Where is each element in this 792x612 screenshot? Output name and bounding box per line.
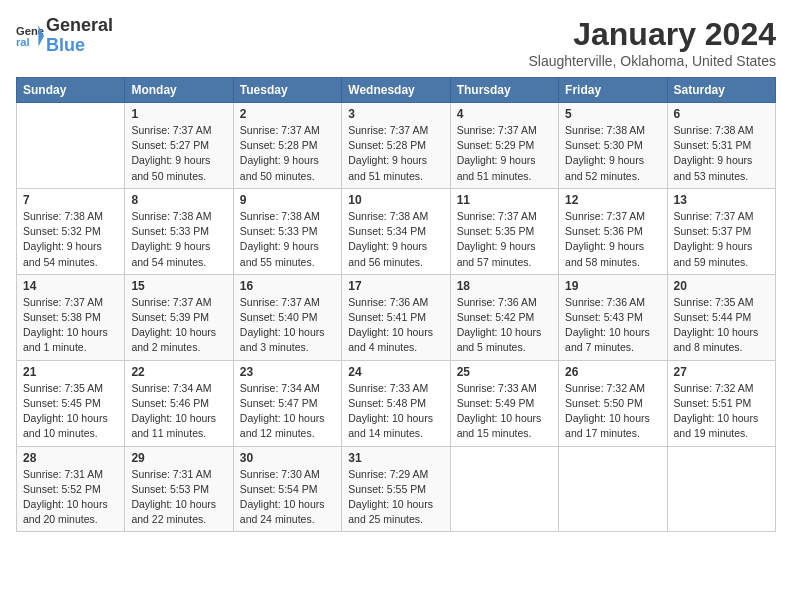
calendar-cell: 1 Sunrise: 7:37 AMSunset: 5:27 PMDayligh… <box>125 103 233 189</box>
day-info: Sunrise: 7:38 AMSunset: 5:34 PMDaylight:… <box>348 209 443 270</box>
page-header: Gene ral General Blue January 2024 Slaug… <box>16 16 776 69</box>
day-info: Sunrise: 7:31 AMSunset: 5:53 PMDaylight:… <box>131 467 226 528</box>
calendar-cell: 25 Sunrise: 7:33 AMSunset: 5:49 PMDaylig… <box>450 360 558 446</box>
weekday-header-sunday: Sunday <box>17 78 125 103</box>
month-title: January 2024 <box>529 16 776 53</box>
day-number: 30 <box>240 451 335 465</box>
calendar-cell: 30 Sunrise: 7:30 AMSunset: 5:54 PMDaylig… <box>233 446 341 532</box>
calendar-cell: 26 Sunrise: 7:32 AMSunset: 5:50 PMDaylig… <box>559 360 667 446</box>
day-info: Sunrise: 7:32 AMSunset: 5:50 PMDaylight:… <box>565 381 660 442</box>
calendar-cell: 20 Sunrise: 7:35 AMSunset: 5:44 PMDaylig… <box>667 274 775 360</box>
calendar-cell: 18 Sunrise: 7:36 AMSunset: 5:42 PMDaylig… <box>450 274 558 360</box>
day-info: Sunrise: 7:36 AMSunset: 5:42 PMDaylight:… <box>457 295 552 356</box>
calendar-cell: 14 Sunrise: 7:37 AMSunset: 5:38 PMDaylig… <box>17 274 125 360</box>
day-number: 25 <box>457 365 552 379</box>
day-info: Sunrise: 7:33 AMSunset: 5:49 PMDaylight:… <box>457 381 552 442</box>
calendar-cell: 16 Sunrise: 7:37 AMSunset: 5:40 PMDaylig… <box>233 274 341 360</box>
day-number: 24 <box>348 365 443 379</box>
day-info: Sunrise: 7:37 AMSunset: 5:28 PMDaylight:… <box>240 123 335 184</box>
day-number: 20 <box>674 279 769 293</box>
location: Slaughterville, Oklahoma, United States <box>529 53 776 69</box>
calendar-cell: 19 Sunrise: 7:36 AMSunset: 5:43 PMDaylig… <box>559 274 667 360</box>
day-info: Sunrise: 7:34 AMSunset: 5:47 PMDaylight:… <box>240 381 335 442</box>
day-number: 3 <box>348 107 443 121</box>
calendar-cell <box>450 446 558 532</box>
title-block: January 2024 Slaughterville, Oklahoma, U… <box>529 16 776 69</box>
day-number: 26 <box>565 365 660 379</box>
calendar-cell: 7 Sunrise: 7:38 AMSunset: 5:32 PMDayligh… <box>17 188 125 274</box>
day-number: 18 <box>457 279 552 293</box>
calendar-week-4: 21 Sunrise: 7:35 AMSunset: 5:45 PMDaylig… <box>17 360 776 446</box>
day-info: Sunrise: 7:31 AMSunset: 5:52 PMDaylight:… <box>23 467 118 528</box>
calendar-week-1: 1 Sunrise: 7:37 AMSunset: 5:27 PMDayligh… <box>17 103 776 189</box>
calendar-cell: 10 Sunrise: 7:38 AMSunset: 5:34 PMDaylig… <box>342 188 450 274</box>
day-number: 31 <box>348 451 443 465</box>
day-number: 17 <box>348 279 443 293</box>
day-number: 4 <box>457 107 552 121</box>
calendar-cell: 17 Sunrise: 7:36 AMSunset: 5:41 PMDaylig… <box>342 274 450 360</box>
calendar-cell: 24 Sunrise: 7:33 AMSunset: 5:48 PMDaylig… <box>342 360 450 446</box>
day-number: 5 <box>565 107 660 121</box>
day-info: Sunrise: 7:37 AMSunset: 5:36 PMDaylight:… <box>565 209 660 270</box>
day-number: 15 <box>131 279 226 293</box>
day-number: 12 <box>565 193 660 207</box>
weekday-header-wednesday: Wednesday <box>342 78 450 103</box>
day-info: Sunrise: 7:38 AMSunset: 5:31 PMDaylight:… <box>674 123 769 184</box>
day-number: 9 <box>240 193 335 207</box>
day-info: Sunrise: 7:38 AMSunset: 5:33 PMDaylight:… <box>240 209 335 270</box>
day-number: 28 <box>23 451 118 465</box>
weekday-header-saturday: Saturday <box>667 78 775 103</box>
day-info: Sunrise: 7:30 AMSunset: 5:54 PMDaylight:… <box>240 467 335 528</box>
calendar-cell: 6 Sunrise: 7:38 AMSunset: 5:31 PMDayligh… <box>667 103 775 189</box>
logo-text: General Blue <box>46 16 113 56</box>
day-info: Sunrise: 7:36 AMSunset: 5:43 PMDaylight:… <box>565 295 660 356</box>
svg-text:ral: ral <box>16 36 30 48</box>
day-number: 27 <box>674 365 769 379</box>
calendar-cell: 11 Sunrise: 7:37 AMSunset: 5:35 PMDaylig… <box>450 188 558 274</box>
day-info: Sunrise: 7:32 AMSunset: 5:51 PMDaylight:… <box>674 381 769 442</box>
calendar-cell: 22 Sunrise: 7:34 AMSunset: 5:46 PMDaylig… <box>125 360 233 446</box>
day-info: Sunrise: 7:35 AMSunset: 5:45 PMDaylight:… <box>23 381 118 442</box>
calendar-cell <box>559 446 667 532</box>
calendar-cell: 3 Sunrise: 7:37 AMSunset: 5:28 PMDayligh… <box>342 103 450 189</box>
calendar-cell: 15 Sunrise: 7:37 AMSunset: 5:39 PMDaylig… <box>125 274 233 360</box>
day-number: 16 <box>240 279 335 293</box>
calendar-week-3: 14 Sunrise: 7:37 AMSunset: 5:38 PMDaylig… <box>17 274 776 360</box>
calendar-table: SundayMondayTuesdayWednesdayThursdayFrid… <box>16 77 776 532</box>
calendar-cell: 4 Sunrise: 7:37 AMSunset: 5:29 PMDayligh… <box>450 103 558 189</box>
day-number: 22 <box>131 365 226 379</box>
weekday-header-thursday: Thursday <box>450 78 558 103</box>
day-info: Sunrise: 7:37 AMSunset: 5:38 PMDaylight:… <box>23 295 118 356</box>
calendar-week-5: 28 Sunrise: 7:31 AMSunset: 5:52 PMDaylig… <box>17 446 776 532</box>
day-info: Sunrise: 7:37 AMSunset: 5:37 PMDaylight:… <box>674 209 769 270</box>
day-info: Sunrise: 7:36 AMSunset: 5:41 PMDaylight:… <box>348 295 443 356</box>
day-info: Sunrise: 7:38 AMSunset: 5:30 PMDaylight:… <box>565 123 660 184</box>
day-info: Sunrise: 7:35 AMSunset: 5:44 PMDaylight:… <box>674 295 769 356</box>
day-number: 11 <box>457 193 552 207</box>
weekday-header-monday: Monday <box>125 78 233 103</box>
day-info: Sunrise: 7:37 AMSunset: 5:39 PMDaylight:… <box>131 295 226 356</box>
day-number: 10 <box>348 193 443 207</box>
calendar-cell: 5 Sunrise: 7:38 AMSunset: 5:30 PMDayligh… <box>559 103 667 189</box>
calendar-cell: 27 Sunrise: 7:32 AMSunset: 5:51 PMDaylig… <box>667 360 775 446</box>
calendar-cell: 13 Sunrise: 7:37 AMSunset: 5:37 PMDaylig… <box>667 188 775 274</box>
calendar-cell: 8 Sunrise: 7:38 AMSunset: 5:33 PMDayligh… <box>125 188 233 274</box>
day-number: 6 <box>674 107 769 121</box>
calendar-cell: 9 Sunrise: 7:38 AMSunset: 5:33 PMDayligh… <box>233 188 341 274</box>
day-info: Sunrise: 7:33 AMSunset: 5:48 PMDaylight:… <box>348 381 443 442</box>
day-info: Sunrise: 7:34 AMSunset: 5:46 PMDaylight:… <box>131 381 226 442</box>
day-info: Sunrise: 7:37 AMSunset: 5:28 PMDaylight:… <box>348 123 443 184</box>
day-number: 7 <box>23 193 118 207</box>
calendar-cell <box>17 103 125 189</box>
day-info: Sunrise: 7:38 AMSunset: 5:33 PMDaylight:… <box>131 209 226 270</box>
day-number: 1 <box>131 107 226 121</box>
calendar-cell: 29 Sunrise: 7:31 AMSunset: 5:53 PMDaylig… <box>125 446 233 532</box>
day-info: Sunrise: 7:37 AMSunset: 5:35 PMDaylight:… <box>457 209 552 270</box>
day-number: 2 <box>240 107 335 121</box>
calendar-cell: 31 Sunrise: 7:29 AMSunset: 5:55 PMDaylig… <box>342 446 450 532</box>
calendar-cell: 12 Sunrise: 7:37 AMSunset: 5:36 PMDaylig… <box>559 188 667 274</box>
day-info: Sunrise: 7:37 AMSunset: 5:27 PMDaylight:… <box>131 123 226 184</box>
day-number: 8 <box>131 193 226 207</box>
weekday-header-tuesday: Tuesday <box>233 78 341 103</box>
day-info: Sunrise: 7:37 AMSunset: 5:40 PMDaylight:… <box>240 295 335 356</box>
